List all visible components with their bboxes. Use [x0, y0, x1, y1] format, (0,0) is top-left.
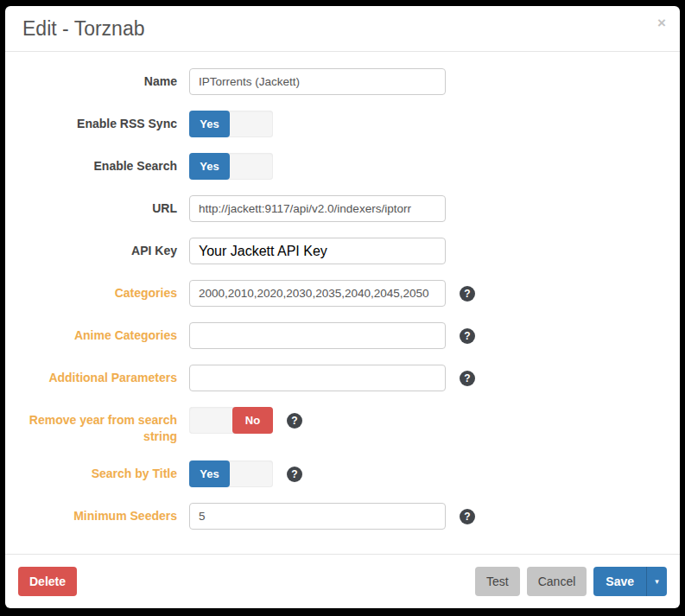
help-icon[interactable]: ? [460, 328, 475, 344]
enable-rss-sync-label: Enable RSS Sync [18, 111, 177, 132]
enable-search-toggle[interactable]: Yes [189, 153, 273, 180]
save-split-button: Save ▾ [593, 567, 667, 596]
anime-categories-input[interactable] [189, 322, 446, 349]
modal-footer: Delete Test Cancel Save ▾ [5, 554, 680, 608]
additional-parameters-input[interactable] [189, 365, 446, 391]
categories-label: Categories [18, 280, 177, 302]
save-dropdown-button[interactable]: ▾ [646, 567, 667, 596]
api-key-input[interactable] [189, 238, 446, 264]
minimum-seeders-label: Minimum Seeders [18, 503, 177, 524]
enable-rss-sync-toggle[interactable]: Yes [189, 111, 273, 137]
categories-input[interactable] [189, 280, 446, 307]
additional-parameters-label: Additional Parameters [18, 365, 177, 386]
help-icon[interactable]: ? [460, 286, 475, 302]
toggle-knob: Yes [189, 111, 230, 137]
name-label: Name [18, 68, 177, 90]
search-by-title-label: Search by Title [18, 460, 177, 482]
toggle-knob: Yes [189, 153, 230, 180]
api-key-label: API Key [18, 238, 177, 259]
delete-button[interactable]: Delete [18, 567, 77, 596]
enable-search-row: Enable Search Yes [18, 153, 667, 180]
categories-row: Categories ? [18, 280, 667, 307]
enable-search-label: Enable Search [18, 153, 177, 175]
name-row: Name [18, 68, 667, 95]
help-icon[interactable]: ? [460, 509, 475, 524]
additional-parameters-row: Additional Parameters ? [18, 365, 667, 391]
modal-header: Edit - Torznab × [5, 6, 680, 52]
footer-actions: Test Cancel Save ▾ [475, 567, 667, 596]
remove-year-toggle[interactable]: No [189, 407, 273, 434]
minimum-seeders-row: Minimum Seeders ? [18, 503, 667, 530]
cancel-button[interactable]: Cancel [527, 567, 587, 596]
search-by-title-toggle[interactable]: Yes [189, 460, 273, 487]
help-icon[interactable]: ? [287, 467, 302, 482]
edit-torznab-modal: Edit - Torznab × Name Enable RSS Sync Ye… [5, 6, 680, 608]
modal-backdrop: { "window": { "title": "Edit - Torznab",… [0, 0, 685, 616]
url-label: URL [18, 195, 177, 217]
minimum-seeders-input[interactable] [189, 503, 446, 530]
remove-year-row: Remove year from search string No ? [18, 407, 667, 445]
search-by-title-row: Search by Title Yes ? [18, 460, 667, 487]
test-button[interactable]: Test [475, 567, 520, 596]
modal-body: Name Enable RSS Sync Yes Enable Search Y… [5, 52, 680, 554]
api-key-row: API Key [18, 238, 667, 264]
toggle-knob: No [232, 407, 273, 434]
help-icon[interactable]: ? [460, 371, 475, 386]
anime-categories-label: Anime Categories [18, 322, 177, 344]
close-icon[interactable]: × [657, 16, 666, 30]
chevron-down-icon: ▾ [655, 577, 659, 586]
name-input[interactable] [189, 68, 446, 95]
toggle-knob: Yes [189, 460, 230, 487]
enable-rss-sync-row: Enable RSS Sync Yes [18, 111, 667, 137]
url-row: URL [18, 195, 667, 222]
help-icon[interactable]: ? [287, 413, 302, 429]
save-button[interactable]: Save [593, 567, 646, 596]
url-input[interactable] [189, 195, 446, 222]
page-title: Edit - Torznab [22, 16, 663, 41]
remove-year-label: Remove year from search string [18, 407, 177, 445]
anime-categories-row: Anime Categories ? [18, 322, 667, 349]
